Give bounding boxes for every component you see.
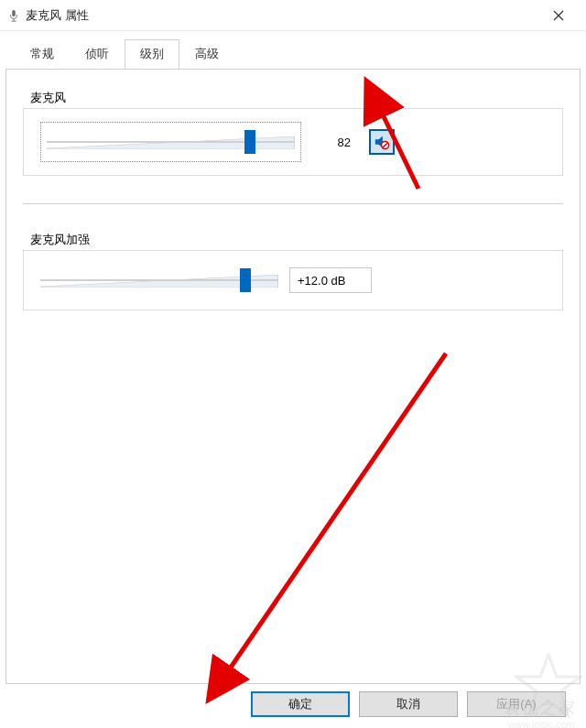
section-divider [23,203,563,204]
cancel-button[interactable]: 取消 [359,691,458,717]
tab-general[interactable]: 常规 [15,39,70,70]
mic-boost-readout: +12.0 dB [289,267,372,293]
tab-listen[interactable]: 侦听 [70,39,125,70]
close-icon [553,10,564,21]
dialog-button-row: 确定 取消 应用(A) [0,691,586,717]
mic-mute-toggle-button[interactable] [369,129,395,155]
mic-boost-slider[interactable] [40,264,278,297]
speaker-muted-icon [374,134,390,150]
watermark-text: 装机之家 [504,697,577,719]
tab-strip: 常规 侦听 级别 高级 [15,38,581,69]
window-title: 麦克风 属性 [26,7,89,24]
tab-label: 常规 [30,47,54,60]
microphone-icon [7,9,20,22]
group-box-mic-boost: +12.0 dB [23,250,563,310]
tab-levels[interactable]: 级别 [125,39,179,70]
slider-taper-graphic [47,136,295,149]
svg-line-13 [226,353,446,674]
group-box-mic-level: 82 [23,108,563,176]
svg-marker-5 [47,136,295,149]
tab-label: 侦听 [85,47,109,60]
tab-panel-levels: 麦克风 82 麦克风加强 [5,69,581,684]
title-bar: 麦克风 属性 [0,0,586,31]
tab-label: 高级 [195,47,219,60]
window-close-button[interactable] [538,0,579,31]
slider-thumb[interactable] [244,130,255,154]
slider-focus-outline [40,122,301,162]
tab-label: 级别 [140,47,164,60]
group-label-mic-boost: 麦克风加强 [23,232,563,248]
annotation-arrow [217,344,455,686]
svg-rect-0 [12,9,16,16]
slider-thumb[interactable] [240,268,251,292]
mic-level-slider[interactable] [47,125,295,158]
mic-level-value: 82 [320,136,351,149]
slider-track [47,141,295,143]
ok-button[interactable]: 确定 [251,691,350,717]
dialog-content: 常规 侦听 级别 高级 麦克风 82 [0,31,586,684]
watermark-url: www.lotpc.com [508,719,575,728]
group-label-mic-level: 麦克风 [23,90,563,106]
tab-advanced[interactable]: 高级 [179,39,234,70]
